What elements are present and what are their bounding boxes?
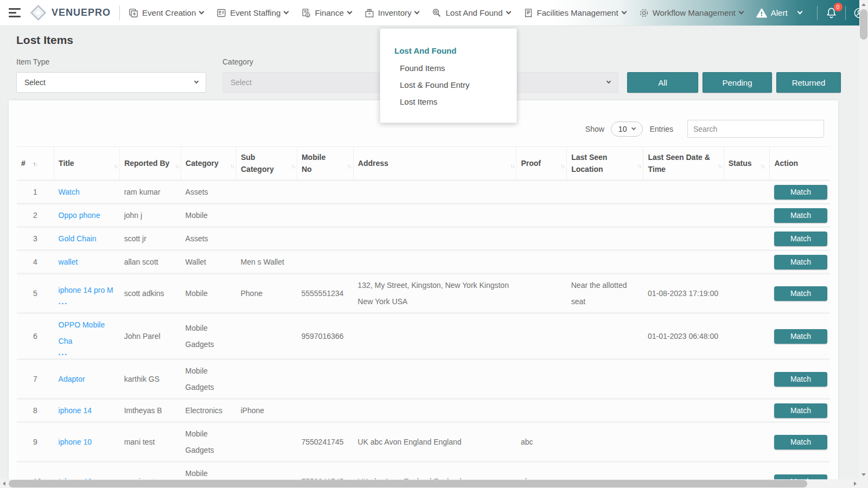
action-cell: Match: [770, 274, 830, 313]
last-seen-location-cell: Near the allotted seat: [567, 274, 643, 313]
column-header-category[interactable]: Category↑↓: [181, 147, 237, 181]
table-row: 4walletallan scottWalletMen s WalletMatc…: [17, 251, 830, 274]
page-size-select[interactable]: 10: [611, 121, 643, 137]
scroll-left-icon[interactable]: [3, 481, 5, 486]
menu-item-found-items[interactable]: Found Items: [394, 60, 516, 76]
last-seen-datetime-cell: [643, 251, 724, 274]
expand-ellipsis[interactable]: ...: [59, 298, 116, 305]
last-seen-location-cell: [567, 462, 643, 480]
item-title-link[interactable]: Adaptor: [59, 375, 85, 383]
chevron-down-icon: [621, 9, 627, 15]
vertical-scroll-thumb[interactable]: [860, 9, 867, 40]
item-title-link[interactable]: Gold Chain: [59, 234, 97, 243]
match-button[interactable]: Match: [774, 208, 827, 223]
column-header-title[interactable]: Title↑↓: [54, 147, 120, 181]
brand-name: VENUEPRO: [52, 7, 111, 18]
sub-category-cell: iPhone: [236, 399, 297, 422]
column-header-reported-by[interactable]: Reported By↑↓: [120, 147, 181, 181]
reported-by-cell: karthik GS: [120, 359, 181, 399]
item-title-link[interactable]: OPPO Mobile Cha: [59, 320, 105, 345]
column-header-address[interactable]: Address↑↓: [353, 147, 516, 181]
mobile-cell: [297, 359, 353, 399]
nav-item-inventory[interactable]: Inventory: [365, 8, 419, 18]
row-number-cell: 9: [17, 422, 54, 462]
match-button[interactable]: Match: [774, 185, 827, 200]
brand-logo[interactable]: VENUEPRO: [30, 7, 111, 18]
scroll-down-icon[interactable]: [861, 473, 866, 476]
reported-by-cell: mani test: [120, 422, 181, 462]
category-cell: Electronics: [181, 399, 237, 422]
title-cell: iphone 10: [54, 422, 120, 462]
title-cell: wallet: [54, 251, 120, 274]
item-title-link[interactable]: iphone 10: [59, 438, 92, 446]
proof-cell: [516, 274, 567, 313]
match-button[interactable]: Match: [774, 255, 827, 269]
divider: [845, 6, 846, 20]
menu-toggle-icon[interactable]: [9, 8, 21, 17]
nav-item-event-staffing[interactable]: Event Staffing: [216, 8, 288, 18]
returned-filter-button[interactable]: Returned: [776, 72, 841, 93]
chevron-down-icon: [797, 9, 802, 15]
item-type-select[interactable]: Select: [16, 72, 206, 93]
last-seen-datetime-cell: [643, 181, 724, 204]
sub-category-cell: Men s Wallet: [236, 251, 297, 274]
search-input[interactable]: [687, 120, 824, 138]
item-title-link[interactable]: iphone 14: [59, 406, 92, 415]
item-title-link[interactable]: Oppo phone: [59, 211, 100, 220]
match-button[interactable]: Match: [774, 232, 827, 246]
vertical-scrollbar[interactable]: [859, 0, 868, 479]
mobile-cell: 5555551234: [297, 274, 353, 313]
reported-by-cell: scott jr: [120, 227, 181, 251]
item-title-link[interactable]: wallet: [59, 258, 78, 266]
match-button[interactable]: Match: [774, 329, 827, 344]
category-cell: Mobile Gadgets: [181, 422, 237, 462]
table-header-row: #↑↓ Title↑↓ Reported By↑↓ Category↑↓ Sub…: [17, 147, 830, 181]
table-row: 8iphone 14Imtheyas BElectronicsiPhoneMat…: [17, 399, 830, 422]
match-button[interactable]: Match: [774, 474, 827, 480]
column-header-sub-category[interactable]: Sub Category↑↓: [236, 147, 297, 181]
column-header-mobile-no[interactable]: Mobile No↑↓: [297, 147, 353, 181]
last-seen-datetime-cell: [643, 227, 724, 251]
nav-item-label: Workflow Management: [653, 8, 736, 17]
column-header-number[interactable]: #↑↓: [17, 147, 54, 181]
notifications-button[interactable]: 0: [825, 7, 838, 19]
column-header-status[interactable]: Status↑↓: [724, 147, 770, 181]
alert-label: Alert: [771, 8, 788, 17]
last-seen-location-cell: [567, 204, 643, 227]
last-seen-datetime-cell: 01-01-2023 06:48:00: [643, 313, 724, 359]
nav-item-finance[interactable]: $Finance: [301, 8, 351, 18]
nav-item-lost-and-found[interactable]: Lost And Found: [432, 8, 510, 18]
proof-cell: [516, 359, 567, 399]
horizontal-scrollbar[interactable]: [0, 479, 859, 488]
mobile-cell: [297, 251, 353, 274]
match-button[interactable]: Match: [774, 286, 827, 301]
all-filter-button[interactable]: All: [627, 72, 698, 93]
menu-item-lost-items[interactable]: Lost Items: [394, 93, 516, 110]
scroll-up-icon[interactable]: [861, 3, 866, 6]
item-title-link[interactable]: Watch: [59, 188, 80, 196]
column-header-proof[interactable]: Proof↑↓: [516, 147, 567, 181]
address-cell: [353, 251, 516, 274]
category-value: Select: [231, 78, 252, 87]
match-button[interactable]: Match: [774, 372, 827, 387]
item-title-link[interactable]: iphone 14 pro M: [59, 286, 113, 294]
nav-item-workflow-management[interactable]: Workflow Management: [639, 8, 743, 18]
address-cell: UK abc Avon England England: [353, 422, 516, 462]
match-button[interactable]: Match: [774, 403, 827, 418]
column-header-last-seen-date-time[interactable]: Last Seen Date & Time↑↓: [643, 147, 724, 181]
pending-filter-button[interactable]: Pending: [703, 72, 772, 93]
nav-item-alert[interactable]: Alert: [756, 8, 802, 18]
proof-cell: [516, 399, 567, 422]
last-seen-location-cell: [567, 422, 643, 462]
match-button[interactable]: Match: [774, 435, 827, 450]
table-controls: Show 10 Entries: [585, 120, 824, 138]
column-header-last-seen-location[interactable]: Last Seen Location↑↓: [567, 147, 643, 181]
status-cell: [724, 422, 770, 462]
nav-item-facilities-management[interactable]: Facilities Management: [524, 8, 626, 18]
scroll-right-icon[interactable]: [854, 481, 857, 486]
menu-item-lost-found-entry[interactable]: Lost & Found Entry: [394, 76, 516, 93]
nav-item-event-creation[interactable]: Event Creation: [129, 8, 203, 18]
horizontal-scroll-thumb[interactable]: [9, 480, 807, 487]
mobile-cell: [297, 399, 353, 422]
expand-ellipsis[interactable]: ...: [59, 349, 116, 356]
